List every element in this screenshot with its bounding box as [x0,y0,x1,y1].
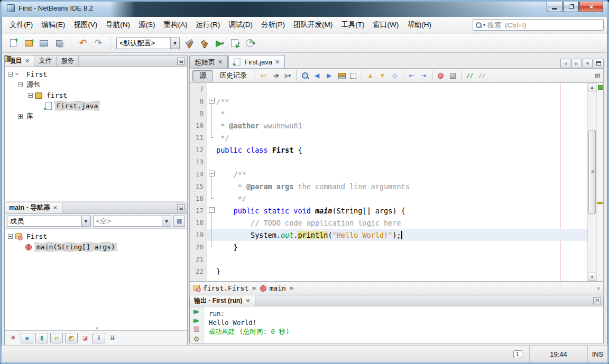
ant-settings-button[interactable]: ⚙ [192,335,201,343]
panel-tab-services[interactable]: 服务 [57,55,79,67]
line-number[interactable]: 15 [190,182,207,190]
forward-button[interactable]: ▶▾ [282,70,293,81]
occurrence-mark[interactable] [597,202,603,204]
debug-project-button[interactable]: ▾ [228,36,242,50]
line-number[interactable]: 21 [190,255,207,263]
run-project-button[interactable]: ▶▾ [213,36,227,50]
sort-by-source-button[interactable]: ⇊ [107,333,118,343]
editor-tab[interactable]: 起始页✕ [189,55,228,68]
collapse-icon[interactable] [8,72,13,77]
navigator-table-view-button[interactable]: ▦ [173,216,185,227]
menu-item[interactable]: 调试(D) [224,18,257,32]
new-project-button[interactable] [22,36,35,50]
line-number[interactable]: 12 [190,146,207,154]
collapse-icon[interactable] [8,234,13,239]
line-number[interactable]: 9 [190,109,207,117]
stop-macro-recording-button[interactable] [447,70,458,81]
toggle-highlight-button[interactable] [336,70,347,81]
line-number[interactable]: 10 [190,122,207,129]
show-inherited-members-button[interactable]: ❖ [8,333,19,343]
menu-item[interactable]: 视图(V) [69,18,102,32]
menu-item[interactable]: 团队开发(M) [289,18,337,32]
shift-left-button[interactable]: ⇤ [406,70,417,81]
open-project-button[interactable] [37,36,51,50]
code-line[interactable]: 8/** [190,95,603,107]
rectangular-selection-button[interactable] [348,70,359,81]
tab-list-dropdown-button[interactable]: ▼ [583,59,593,68]
menu-item[interactable]: 工具(T) [337,18,368,32]
build-project-button[interactable] [182,36,196,50]
code-line[interactable]: 11 */ [190,132,603,144]
menu-item[interactable]: 帮助(H) [403,18,436,32]
navigator-tab[interactable]: main - 导航器 ✕ [5,202,62,213]
back-button[interactable]: ◀▾ [270,70,281,81]
code-line[interactable]: 14 /** [190,168,603,180]
navigator-view-selector[interactable]: 成员 ▼ [7,216,91,227]
editor-vertical-scrollbar[interactable]: ▲ ▼ [587,83,596,281]
restore-button[interactable] [563,2,579,12]
collapse-handle-icon[interactable]: ▾ [96,326,98,331]
tree-item[interactable]: First [5,231,187,241]
minimize-button[interactable] [547,2,562,12]
tree-item[interactable]: First.java [5,100,187,111]
breadcrumb-item[interactable]: first.First [193,284,248,292]
notifications-button[interactable]: 1 [506,346,529,362]
line-number[interactable]: 22 [190,267,207,275]
last-edit-position-button[interactable]: ↩ [258,70,269,81]
close-button[interactable]: × [579,2,603,12]
maximize-editor-button[interactable] [594,59,604,68]
breadcrumb-close-icon[interactable]: ✕ [597,285,600,291]
clean-build-project-button[interactable] [198,36,211,50]
code-line[interactable]: 12public class First { [190,144,603,156]
undo-button[interactable]: ↶ [76,36,90,50]
expand-icon[interactable] [18,114,23,119]
menu-item[interactable]: 导航(N) [102,18,134,32]
line-number[interactable]: 11 [190,134,207,142]
menu-item[interactable]: 分析(P) [257,18,289,32]
line-number[interactable]: 13 [190,158,207,166]
comment-button[interactable]: // [464,70,475,81]
line-number[interactable]: 7 [190,85,207,93]
scroll-down-arrow[interactable]: ▼ [588,273,596,281]
rerun-with-options-button[interactable]: ▶▶ [192,318,201,323]
code-line[interactable]: 22} [190,265,603,277]
code-line[interactable]: 20 } [190,241,603,253]
tree-item[interactable]: main(String[] args) [5,241,187,252]
code-line[interactable]: 13 [190,156,603,168]
sort-alphabetically-button[interactable]: ⇩ [93,333,105,343]
close-icon[interactable]: ✕ [275,59,280,66]
output-tab[interactable]: 输出 - First (run) ✕ [190,295,255,306]
tree-item[interactable]: 源包 [5,79,187,90]
tree-item[interactable]: first [5,90,187,100]
menu-item[interactable]: 编辑(E) [37,18,69,32]
menu-item[interactable]: 窗口(W) [369,18,403,32]
next-occurrence-button[interactable]: ▶ [324,70,335,81]
line-number[interactable]: 18 [190,219,207,227]
shift-right-button[interactable]: ⇥ [418,70,429,81]
code-line[interactable]: 19 System.out.println("Hello World!"); [190,229,603,241]
close-icon[interactable]: ✕ [25,58,30,64]
navigator-filter-selector[interactable]: <空> ▼ [93,216,172,227]
code-line[interactable]: 17 public static void main(String[] args… [190,204,603,217]
close-icon[interactable]: ✕ [218,59,223,66]
menu-item[interactable]: 运行(R) [192,18,225,32]
show-fields-button[interactable]: ■ [21,333,33,343]
line-number[interactable]: 14 [190,170,207,178]
find-selection-button[interactable] [299,70,310,81]
title-bar[interactable]: First - NetBeans IDE 8.2 × [2,2,607,17]
quick-search-box[interactable]: ▾ [473,19,604,31]
previous-occurrence-button[interactable]: ◀ [311,70,322,81]
code-line[interactable]: 18 // TODO code application logic here [190,217,603,229]
line-number[interactable]: 17 [190,207,207,214]
panel-tab-files[interactable]: 文件 [34,55,57,67]
source-view-button[interactable]: 源 [192,70,213,81]
next-bookmark-button[interactable]: ▼ [377,70,388,81]
start-macro-recording-button[interactable] [435,70,446,81]
output-console[interactable]: run:Hello World!成功构建 (总时间: 0 秒) [204,306,603,343]
code-line[interactable]: 16 */ [190,192,603,204]
profile-project-button[interactable]: ▾ [244,36,257,50]
show-constants-button[interactable]: ▮ [35,333,48,343]
code-line[interactable]: 10 * @author wwuhnwu01 [190,119,603,132]
collapse-icon[interactable] [28,93,33,98]
tree-item[interactable]: 库 [5,111,187,122]
